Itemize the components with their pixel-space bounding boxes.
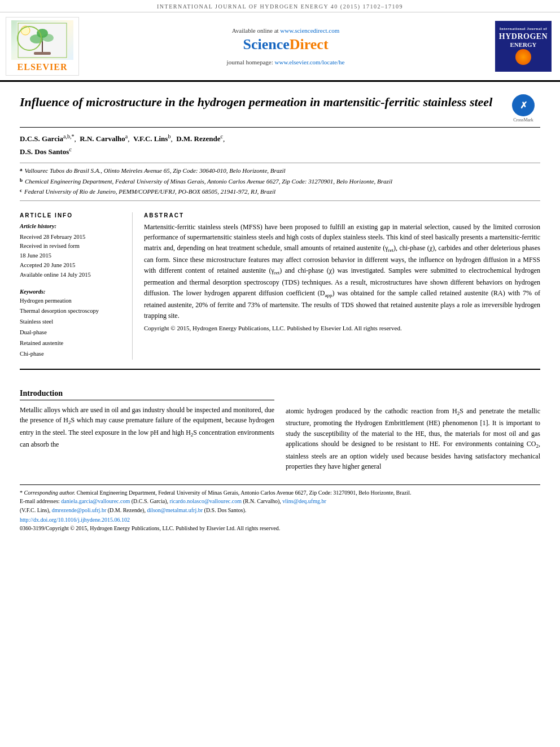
journal-header: ELSEVIER Available online at www.science… (0, 12, 560, 82)
header-center: Available online at www.sciencedirect.co… (85, 17, 487, 76)
introduction-heading: Introduction (20, 389, 274, 400)
journal-logo: International Journal of HYDROGEN ENERGY (492, 17, 554, 76)
article-info-column: ARTICLE INFO Article history: Received 2… (20, 212, 133, 360)
abstract-text: Martensitic-ferritic stainless steels (M… (144, 222, 540, 333)
crossmark-logo: ✗ CrossMark (506, 94, 540, 123)
intro-right-column: atomic hydrogen produced by the cathodic… (286, 389, 540, 475)
available-online-label: Available online at www.sciencedirect.co… (232, 27, 340, 34)
email-dossantos[interactable]: dilson@metalmat.ufrj.br (147, 507, 203, 513)
abstract-header: ABSTRACT (144, 212, 540, 219)
available-online-date: Available online 14 July 2015 (20, 272, 91, 278)
author-carvalho: R.N. Carvalho (80, 134, 125, 143)
revised-label: Received in revised form (20, 243, 80, 249)
intro-right-text: atomic hydrogen produced by the cathodic… (286, 406, 540, 472)
email-lins[interactable]: vlins@deq.ufmg.br (282, 498, 326, 504)
abstract-copyright: Copyright © 2015, Hydrogen Energy Public… (144, 324, 540, 333)
sciencedirect-brand: ScienceDirect (243, 36, 328, 53)
bottom-copyright: 0360-3199/Copyright © 2015, Hydrogen Ene… (20, 525, 540, 531)
email-addresses: E-mail addresses: daniela.garcia@vallour… (20, 497, 540, 514)
accepted-date: Accepted 20 June 2015 (20, 262, 75, 268)
affil-b: b Chemical Engineering Department, Feder… (20, 177, 540, 186)
revised-date: 18 June 2015 (20, 252, 51, 259)
elsevier-logo: ELSEVIER (6, 17, 79, 76)
email-carvalho[interactable]: ricardo.nolasco@vallourec.com (170, 498, 242, 504)
footnotes-section: * Corresponding author. Chemical Enginee… (20, 484, 540, 515)
article-info-header: ARTICLE INFO (20, 212, 125, 219)
intro-left-column: Introduction Metallic alloys which are u… (20, 389, 274, 475)
email-garcia[interactable]: daniela.garcia@vallourec.com (61, 498, 130, 504)
two-col-section: ARTICLE INFO Article history: Received 2… (20, 208, 540, 360)
svg-point-5 (37, 29, 48, 38)
author-carvalho-sup: a (125, 133, 128, 139)
affil-a: a Vallourec Tubos do Brasil S.A., Olinto… (20, 166, 540, 176)
received-date: Received 28 February 2015 (20, 234, 85, 240)
corresponding-author-note: * Corresponding author. Chemical Enginee… (20, 488, 540, 497)
svg-point-3 (30, 34, 43, 43)
author-rezende-sup: c (221, 133, 223, 139)
email-rezende[interactable]: dmrezende@poli.ufrj.br (52, 507, 106, 513)
author-lins: V.F.C. Lins (133, 134, 168, 143)
crossmark-text: CrossMark (513, 117, 533, 123)
keyword-6: Chi-phase (20, 349, 125, 360)
keyword-1: Hydrogen permeation (20, 296, 125, 307)
article-history: Article history: Received 28 February 20… (20, 222, 125, 280)
article-content: Influence of microstructure in the hydro… (0, 82, 560, 370)
crossmark-icon: ✗ (512, 94, 535, 116)
author-lins-sup: b (168, 133, 170, 139)
journal-homepage: journal homepage: www.elsevier.com/locat… (227, 59, 345, 65)
doi-link[interactable]: http://dx.doi.org/10.1016/j.ijhydene.201… (20, 517, 130, 523)
keyword-5: Retained austenite (20, 338, 125, 349)
affil-c: c Federal University of Rio de Janeiro, … (20, 187, 540, 196)
sciencedirect-url[interactable]: www.sciencedirect.com (280, 27, 339, 34)
keyword-2: Thermal desorption spectroscopy (20, 306, 125, 317)
svg-point-7 (21, 26, 30, 35)
keyword-3: Stainless steel (20, 317, 125, 327)
high-text: high (172, 429, 184, 436)
elsevier-brand-text: ELSEVIER (18, 62, 68, 72)
author-dossantos-sup: c (69, 146, 71, 152)
svg-rect-6 (34, 52, 51, 55)
keyword-4: Dual-phase (20, 327, 125, 338)
authors-line: D.C.S. Garciaa,b,*, R.N. Carvalhoa, V.F.… (20, 132, 540, 158)
keywords-label: Keywords: (20, 289, 46, 295)
keywords-section: Keywords: Hydrogen permeation Thermal de… (20, 287, 125, 360)
author-rezende: D.M. Rezende (176, 134, 220, 143)
article-history-label: Article history: (20, 222, 125, 231)
author-garcia-sup: a,b,* (63, 133, 74, 139)
doi-section: http://dx.doi.org/10.1016/j.ijhydene.201… (20, 517, 540, 523)
journal-logo-graphic (515, 49, 531, 65)
article-title: Influence of microstructure in the hydro… (20, 94, 498, 111)
journal-homepage-url[interactable]: www.elsevier.com/locate/he (275, 59, 345, 65)
abstract-column: ABSTRACT Martensitic-ferritic stainless … (144, 212, 540, 360)
author-dossantos: D.S. Dos Santos (20, 147, 69, 156)
journal-banner: INTERNATIONAL JOURNAL OF HYDROGEN ENERGY… (0, 0, 560, 12)
article-title-section: Influence of microstructure in the hydro… (20, 94, 540, 128)
journal-logo-box: International Journal of HYDROGEN ENERGY (495, 21, 552, 72)
abstract-paragraph: Martensitic-ferritic stainless steels (M… (144, 222, 540, 321)
introduction-section: Introduction Metallic alloys which are u… (0, 389, 560, 475)
authors-section: D.C.S. Garciaa,b,*, R.N. Carvalhoa, V.F.… (20, 132, 540, 158)
affiliations-section: a Vallourec Tubos do Brasil S.A., Olinto… (20, 163, 540, 201)
journal-citation: INTERNATIONAL JOURNAL OF HYDROGEN ENERGY… (157, 3, 403, 10)
intro-left-text: Metallic alloys which are used in oil an… (20, 405, 274, 450)
author-garcia: D.C.S. Garcia (20, 134, 63, 143)
sciencedirect-brand-text: Science (243, 36, 289, 53)
elsevier-logo-image (11, 20, 73, 60)
